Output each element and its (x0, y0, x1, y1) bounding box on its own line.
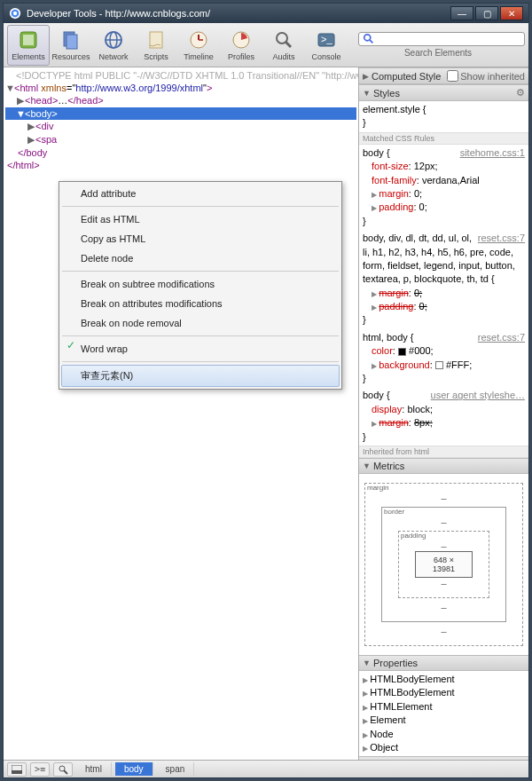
css-rule[interactable]: user agent styleshe…body {display: block… (359, 387, 528, 446)
svg-rect-22 (12, 770, 22, 774)
context-menu-item[interactable]: Edit as HTML (61, 209, 340, 229)
expand-icon[interactable]: ▼ (5, 83, 14, 93)
styles-sidebar: ▶Computed StyleShow inherited ▼Styles⚙ e… (358, 67, 528, 760)
property-item[interactable]: ▶ Node (363, 728, 525, 741)
audits-icon (273, 29, 294, 51)
dock-button[interactable] (7, 762, 27, 777)
tab-resources[interactable]: Resources (50, 25, 92, 66)
profiles-icon (231, 29, 252, 51)
inspect-button[interactable] (53, 762, 73, 777)
property-item[interactable]: ▶ Element (363, 714, 525, 727)
toolbar: Elements Resources Network Scripts Timel… (4, 23, 528, 67)
search-box[interactable] (358, 32, 525, 46)
timeline-icon (188, 29, 209, 51)
tab-audits[interactable]: Audits (262, 25, 305, 66)
head-line[interactable]: ▶<head>…</head> (5, 94, 356, 107)
breadcrumb-body[interactable]: body (115, 762, 153, 776)
computed-style-header[interactable]: ▶Computed StyleShow inherited (359, 67, 528, 84)
html-close[interactable]: </html> (5, 159, 356, 171)
context-menu-item[interactable]: 审查元素(N) (61, 365, 340, 387)
elements-tree[interactable]: <!DOCTYPE html PUBLIC "-//W3C//DTD XHTML… (4, 67, 358, 760)
body-line-selected[interactable]: ▼<body> (5, 107, 356, 120)
doctype-line[interactable]: <!DOCTYPE html PUBLIC "-//W3C//DTD XHTML… (5, 69, 356, 82)
svg-rect-10 (150, 32, 162, 48)
tab-scripts[interactable]: Scripts (135, 25, 177, 66)
scripts-icon (145, 29, 167, 51)
property-item[interactable]: ▶ HTMLBodyElement (363, 686, 525, 699)
statusbar: >≡ html body span (4, 760, 528, 777)
matched-rules-label: Matched CSS Rules (359, 132, 528, 145)
svg-line-24 (64, 770, 67, 774)
search-input[interactable] (379, 34, 520, 44)
spa-line[interactable]: ▶<spa (5, 133, 356, 146)
expand-icon[interactable]: ▼ (16, 108, 25, 119)
context-menu-item[interactable]: Word wrap (61, 339, 340, 359)
context-menu-item[interactable]: Add attribute (61, 184, 340, 203)
context-menu: Add attributeEdit as HTMLCopy as HTMLDel… (59, 181, 342, 390)
breadcrumb-html[interactable]: html (76, 762, 112, 776)
gear-icon[interactable]: ⚙ (516, 87, 525, 99)
expand-icon[interactable]: ▶ (27, 134, 35, 146)
tab-elements[interactable]: Elements (7, 25, 50, 66)
network-icon (103, 29, 124, 51)
inherited-label: Inherited from html (359, 446, 528, 458)
svg-line-20 (370, 40, 373, 43)
styles-header[interactable]: ▼Styles⚙ (359, 84, 528, 101)
css-rule[interactable]: reset.css:7body, div, dl, dt, dd, ul, ol… (359, 230, 528, 329)
console-icon: >_ (316, 29, 337, 51)
div-line[interactable]: ▶<div (5, 120, 356, 133)
expand-icon[interactable]: ▶ (27, 121, 35, 132)
context-menu-item[interactable]: Delete node (61, 248, 340, 268)
show-inherited-toggle[interactable]: Show inherited (447, 70, 525, 82)
search-hint: Search Elements (351, 46, 525, 58)
maximize-button[interactable]: ▢ (475, 6, 498, 20)
property-item[interactable]: ▶ Object (363, 741, 525, 754)
context-menu-item[interactable]: Break on subtree modifications (61, 274, 340, 294)
svg-rect-4 (23, 35, 34, 45)
svg-point-2 (13, 12, 17, 15)
svg-text:>_: >_ (321, 34, 332, 44)
breadcrumb-span[interactable]: span (157, 762, 195, 776)
element-style-rule[interactable]: element.style { } (359, 101, 528, 132)
box-content: 648 × 13981 (415, 551, 473, 578)
tab-timeline[interactable]: Timeline (177, 25, 220, 66)
property-item[interactable]: ▶ HTMLBodyElement (363, 673, 525, 686)
svg-point-19 (364, 35, 371, 41)
close-button[interactable]: ✕ (500, 6, 523, 20)
css-rule[interactable]: reset.css:7html, body {color: #000;▶ bac… (359, 329, 528, 388)
property-item[interactable]: ▶ HTMLElement (363, 700, 525, 714)
window-title: Developer Tools - http://www.cnblogs.com… (27, 8, 210, 19)
tab-network[interactable]: Network (92, 25, 135, 66)
html-open[interactable]: ▼<html xmlns="http://www.w3.org/1999/xht… (5, 82, 356, 94)
properties-header[interactable]: ▼Properties (359, 655, 528, 671)
context-menu-item[interactable]: Break on node removal (61, 313, 340, 333)
expand-icon[interactable]: ▶ (16, 95, 25, 106)
metrics-header[interactable]: ▼Metrics (359, 458, 528, 474)
context-menu-item[interactable]: Copy as HTML (61, 229, 340, 248)
chrome-icon (9, 7, 21, 20)
minimize-button[interactable]: — (450, 6, 473, 20)
tab-profiles[interactable]: Profiles (220, 25, 262, 66)
box-model: margin– border– padding– 648 × 13981 – –… (359, 474, 528, 655)
titlebar: Developer Tools - http://www.cnblogs.com… (4, 4, 528, 23)
context-menu-item[interactable]: Break on attributes modifications (61, 294, 340, 313)
css-rule[interactable]: sitehome.css:1body {font-size: 12px;font… (359, 145, 528, 230)
body-close[interactable]: </body (5, 146, 356, 159)
resources-icon (60, 29, 82, 51)
search-icon (363, 33, 375, 45)
tab-console[interactable]: >_ Console (305, 25, 348, 66)
svg-rect-6 (66, 35, 77, 49)
svg-line-16 (286, 42, 291, 47)
elements-icon (18, 29, 39, 51)
console-toggle[interactable]: >≡ (30, 762, 50, 777)
